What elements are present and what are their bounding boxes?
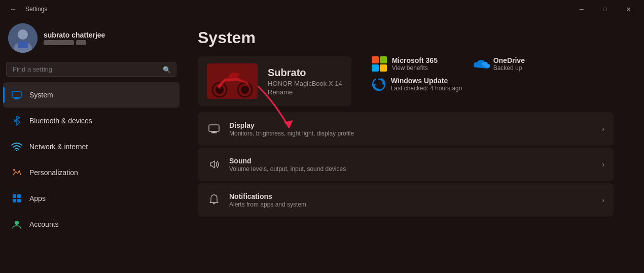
network-icon — [11, 141, 22, 152]
username: subrato chatterjee — [44, 31, 105, 39]
display-subtitle: Monitors, brightness, night light, displ… — [229, 130, 602, 137]
ms365-blue — [372, 64, 379, 72]
winupdate-title: Windows Update — [391, 77, 462, 85]
search-input[interactable] — [13, 65, 158, 73]
sidebar-item-personalization[interactable]: Personalization — [3, 160, 180, 185]
app-body: subrato chatterjee 🔍 — [0, 18, 644, 273]
sound-icon — [207, 157, 221, 172]
winupdate-card[interactable]: Windows Update Last checked: 4 hours ago — [372, 77, 554, 92]
sidebar-item-network[interactable]: Network & internet — [3, 134, 180, 159]
ms365-subtitle: View benefits — [392, 64, 438, 72]
content-wrapper: System — [183, 18, 644, 273]
svg-rect-3 — [18, 41, 28, 48]
back-button[interactable]: ← — [6, 2, 20, 16]
winupdate-text: Windows Update Last checked: 4 hours ago — [391, 77, 462, 92]
svg-point-7 — [16, 150, 18, 152]
ms365-red — [372, 56, 379, 63]
device-image — [207, 63, 258, 99]
user-blurred-info — [44, 40, 105, 45]
onedrive-icon — [473, 58, 488, 70]
sidebar-item-label-accounts: Accounts — [29, 220, 59, 228]
notifications-subtitle: Alerts from apps and system — [229, 201, 602, 208]
apps-icon — [11, 193, 22, 204]
ms365-green — [380, 56, 387, 63]
ms365-icon — [372, 56, 387, 72]
onedrive-title: OneDrive — [493, 56, 525, 64]
search-container: 🔍 — [0, 60, 183, 82]
svg-rect-23 — [212, 131, 216, 132]
sidebar-item-accounts[interactable]: Accounts — [3, 212, 180, 237]
settings-list: Display Monitors, brightness, night ligh… — [198, 112, 614, 217]
ms365-title: Microsoft 365 — [392, 56, 438, 64]
display-text: Display Monitors, brightness, night ligh… — [229, 121, 602, 137]
sound-subtitle: Volume levels, output, input, sound devi… — [229, 165, 602, 173]
user-info: subrato chatterjee — [44, 31, 105, 45]
notifications-title: Notifications — [229, 192, 602, 200]
titlebar-controls: ─ □ ✕ — [570, 1, 640, 17]
user-profile[interactable]: subrato chatterjee — [0, 18, 183, 60]
accounts-icon — [11, 219, 22, 230]
winupdate-subtitle: Last checked: 4 hours ago — [391, 85, 462, 92]
ms365-yellow — [380, 64, 387, 72]
svg-point-13 — [15, 221, 19, 225]
svg-rect-10 — [17, 194, 21, 198]
display-title: Display — [229, 121, 602, 129]
sidebar-item-bluetooth[interactable]: Bluetooth & devices — [3, 108, 180, 133]
personalization-icon — [11, 167, 22, 178]
notifications-icon — [207, 193, 221, 207]
sidebar: subrato chatterjee 🔍 — [0, 18, 183, 273]
svg-rect-22 — [209, 125, 219, 131]
display-icon — [207, 122, 221, 136]
maximize-button[interactable]: □ — [593, 1, 617, 17]
device-card: Subrato HONOR MagicBook X 14 Rename — [198, 56, 351, 106]
sidebar-item-label-apps: Apps — [29, 194, 46, 202]
svg-rect-5 — [15, 97, 18, 98]
titlebar-left: ← Settings — [6, 2, 47, 16]
svg-rect-11 — [13, 199, 16, 202]
notifications-chevron: › — [602, 196, 604, 204]
ms365-card[interactable]: Microsoft 365 View benefits — [372, 56, 453, 72]
avatar-image — [8, 23, 38, 53]
content: System — [183, 18, 644, 229]
sound-chevron: › — [602, 160, 604, 168]
info-top-row: Microsoft 365 View benefits — [372, 56, 554, 72]
display-chevron: › — [602, 125, 604, 133]
sidebar-item-system[interactable]: System — [3, 82, 180, 108]
titlebar-title: Settings — [25, 6, 47, 13]
onedrive-subtitle: Backed up — [493, 64, 525, 72]
svg-rect-12 — [17, 199, 21, 202]
winupdate-icon — [372, 77, 386, 91]
active-bar — [3, 87, 5, 103]
blurred-bar-2 — [76, 40, 86, 45]
ms365-text: Microsoft 365 View benefits — [392, 56, 438, 72]
minimize-button[interactable]: ─ — [570, 1, 593, 17]
info-cards: Microsoft 365 View benefits — [372, 56, 554, 92]
close-button[interactable]: ✕ — [617, 1, 640, 17]
sidebar-item-label-personalization: Personalization — [29, 168, 78, 177]
page-title: System — [198, 28, 629, 47]
onedrive-text: OneDrive Backed up — [493, 56, 525, 72]
sidebar-item-label-system: System — [29, 91, 53, 99]
svg-point-8 — [13, 169, 15, 171]
setting-row-notifications[interactable]: Notifications Alerts from apps and syste… — [198, 183, 614, 217]
device-model: HONOR MagicBook X 14 — [268, 80, 342, 87]
bluetooth-icon — [11, 115, 22, 126]
svg-point-1 — [18, 29, 28, 40]
sidebar-item-label-network: Network & internet — [29, 143, 88, 151]
nav-list: System Bluetooth & devices — [0, 82, 183, 237]
svg-rect-9 — [13, 194, 16, 198]
setting-row-display[interactable]: Display Monitors, brightness, night ligh… — [198, 112, 614, 146]
svg-rect-4 — [12, 91, 21, 97]
notifications-text: Notifications Alerts from apps and syste… — [229, 192, 602, 208]
avatar — [8, 23, 38, 53]
sidebar-item-apps[interactable]: Apps — [3, 186, 180, 211]
setting-row-sound[interactable]: Sound Volume levels, output, input, soun… — [198, 148, 614, 181]
device-img-inner — [207, 63, 258, 99]
system-icon — [11, 89, 22, 100]
sound-text: Sound Volume levels, output, input, soun… — [229, 157, 602, 173]
blurred-bar-1 — [44, 40, 74, 45]
onedrive-card[interactable]: OneDrive Backed up — [473, 56, 554, 72]
device-rename[interactable]: Rename — [268, 88, 342, 96]
search-icon: 🔍 — [163, 65, 171, 73]
sound-title: Sound — [229, 157, 602, 165]
